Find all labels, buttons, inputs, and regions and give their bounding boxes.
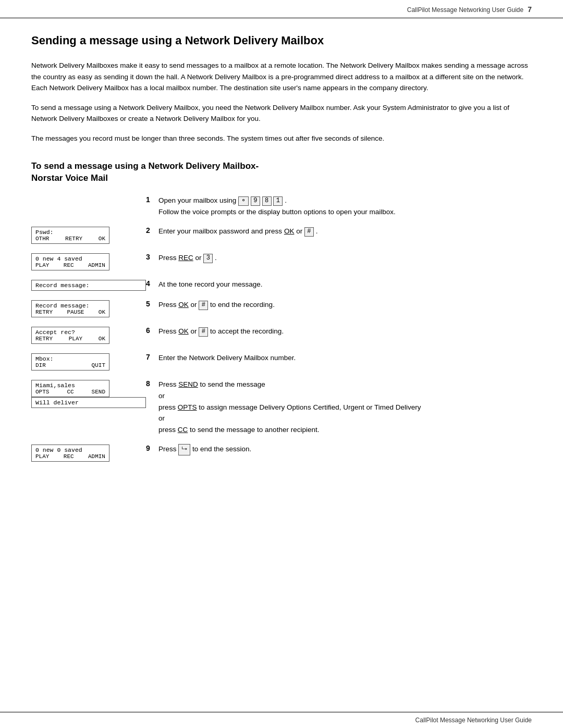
step-8: Miami,sales OPTS CC SEND Will deliver 8 … [31,379,532,435]
step-3-screen-line2: PLAY REC ADMIN [35,262,105,268]
step-7-screen-line1: Mbox: [35,355,105,362]
key-symbol: ⚬ [238,196,249,206]
paragraph-3: The messages you record must be longer t… [31,133,532,144]
step-2-number: 2 [146,226,158,244]
step-8-right: 8 Press SEND to send the message or pres… [146,379,532,435]
btn-retry: RETRY [65,236,82,242]
step-2-right: 2 Enter your mailbox password and press … [146,226,532,244]
btn-ok3: OK [99,336,105,342]
btn-retry2: RETRY [35,309,53,315]
step-1: 1 Open your mailbox using ⚬ 9 8 1 . Foll… [31,195,532,217]
btn-send: SEND [92,389,105,395]
step-3-right: 3 Press REC or 3 . [146,252,532,270]
step-1-right: 1 Open your mailbox using ⚬ 9 8 1 . Foll… [146,195,532,217]
step-7-display: Mbox: DIR QUIT [31,352,146,371]
step-7: Mbox: DIR QUIT 7 Enter the Network Deliv… [31,352,532,371]
step-6-display: Accept rec? RETRY PLAY OK [31,326,146,344]
step-5-number: 5 [146,300,158,317]
step-5-right: 5 Press OK or # to end the recording. [146,299,532,317]
step-4-number: 4 [146,279,158,291]
btn-rec2: REC [64,453,74,460]
step-8-screen: Miami,sales OPTS CC SEND [31,380,109,397]
step-5-display: Record message: RETRY PAUSE OK [31,299,146,317]
opts-label: OPTS [178,403,197,411]
step-5-screen: Record message: RETRY PAUSE OK [31,300,109,317]
step-2-screen-line1: Pswd: [35,229,105,236]
step-6: Accept rec? RETRY PLAY OK 6 Press OK or … [31,326,532,344]
step-3-screen-line1: 0 new 4 saved [35,255,105,262]
key-8: 8 [262,196,272,206]
key-9: 9 [251,196,260,206]
hash-key: # [304,227,314,237]
step-7-screen-line2: DIR QUIT [35,362,105,368]
hash-key-3: # [199,327,208,337]
step-5-content: Press OK or # to end the recording. [158,299,532,317]
step-9-right: 9 Press ⮡ to end the session. [146,443,532,462]
page-footer: CallPilot Message Networking User Guide [0,712,563,728]
btn-quit: QUIT [92,362,105,368]
step-6-right: 6 Press OK or # to accept the recording. [146,326,532,344]
step-7-number: 7 [146,353,158,371]
btn-dir: DIR [35,362,46,368]
step-3-screen: 0 new 4 saved PLAY REC ADMIN [31,253,109,270]
header-page-number: 7 [528,5,532,14]
step-6-content: Press OK or # to accept the recording. [158,326,532,344]
step-3-display: 0 new 4 saved PLAY REC ADMIN [31,252,146,270]
main-content: Sending a message using a Network Delive… [0,18,563,501]
step-8-content: Press SEND to send the message or press … [158,379,532,435]
btn-ok: OK [99,236,105,242]
btn-spacer [60,362,77,368]
step-6-number: 6 [146,326,158,344]
step-9-number: 9 [146,444,158,462]
step-4: Record message: 4 At the tone record you… [31,279,532,291]
btn-rec: REC [64,262,74,268]
hash-key-2: # [199,301,208,310]
key-1: 1 [273,196,283,206]
step-4-content: At the tone record your message. [158,279,532,291]
page-header: CallPilot Message Networking User Guide7 [0,0,563,18]
step-1-display [31,195,146,217]
step-8-screen-line2: OPTS CC SEND [35,389,105,395]
key-3: 3 [203,254,213,263]
step-5-screen-line2: RETRY PAUSE OK [35,309,105,315]
step-1-number: 1 [146,195,158,217]
step-2-screen-line2: OTHR RETRY OK [35,236,105,242]
ok-label: OK [284,227,295,235]
btn-retry3: RETRY [35,336,53,342]
step-5-screen-line1: Record message: [35,302,105,309]
step-1-text: Open your mailbox using [158,196,238,204]
ok-label-3: OK [178,327,189,335]
step-3-content: Press REC or 3 . [158,252,532,270]
step-4-right: 4 At the tone record your message. [146,279,532,291]
page-container: CallPilot Message Networking User Guide7… [0,0,563,728]
step-9: 0 new 0 saved PLAY REC ADMIN 9 Press ⮡ t… [31,443,532,462]
cc-label: CC [178,426,188,434]
step-9-screen-line2: PLAY REC ADMIN [35,453,105,460]
ok-label-2: OK [178,301,189,309]
btn-opts: OPTS [35,389,49,395]
step-8-will-deliver: Will deliver [31,397,146,408]
btn-cc: CC [67,389,74,395]
step-3-number: 3 [146,253,158,270]
btn-pause: PAUSE [67,309,84,315]
header-text: CallPilot Message Networking User Guide7 [407,5,532,14]
step-2-screen: Pswd: OTHR RETRY OK [31,227,109,244]
btn-play: PLAY [35,262,49,268]
step-4-display: Record message: [31,279,146,291]
step-9-display: 0 new 0 saved PLAY REC ADMIN [31,443,146,462]
btn-admin: ADMIN [88,262,105,268]
rec-label: REC [178,254,193,262]
step-2-content: Enter your mailbox password and press OK… [158,226,532,244]
step-2-display: Pswd: OTHR RETRY OK [31,226,146,244]
btn-play3: PLAY [35,453,49,460]
btn-ok2: OK [99,309,105,315]
end-session-key: ⮡ [178,444,190,455]
step-6-screen-line2: RETRY PLAY OK [35,336,105,342]
step-9-content: Press ⮡ to end the session. [158,443,532,462]
step-3: 0 new 4 saved PLAY REC ADMIN 3 Press REC… [31,252,532,270]
step-5: Record message: RETRY PAUSE OK 5 Press O… [31,299,532,317]
step-7-right: 7 Enter the Network Delivery Mailbox num… [146,352,532,371]
step-2: Pswd: OTHR RETRY OK 2 Enter your mailbox… [31,226,532,244]
step-1-content: Open your mailbox using ⚬ 9 8 1 . Follow… [158,195,532,217]
step-1-continuation: Follow the voice prompts or the display … [158,208,396,216]
